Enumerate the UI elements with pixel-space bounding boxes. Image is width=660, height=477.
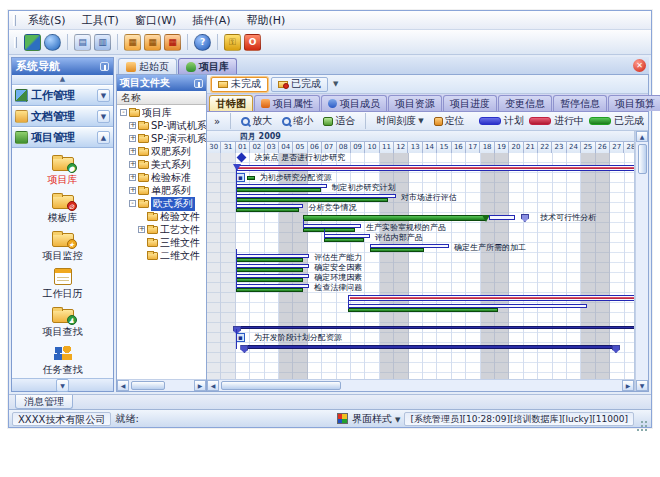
filter-tab-已完成[interactable]: 已完成	[271, 77, 328, 92]
chevron-icon[interactable]: ▼	[97, 89, 110, 102]
message-management-tab[interactable]: 消息管理	[15, 395, 73, 409]
scroll-right-icon[interactable]: ▶	[622, 380, 634, 391]
tree-node-SP-调试机系[interactable]: +SP-调试机系	[117, 119, 206, 132]
tab-项目成员[interactable]: 项目成员	[321, 95, 387, 111]
done-bar	[324, 238, 364, 242]
expand-icon[interactable]: +	[138, 226, 145, 233]
tab-项目预算[interactable]: 项目预算	[608, 95, 660, 111]
chevron-icon[interactable]: ▼	[97, 110, 110, 123]
tree-node-欧式系列[interactable]: -欧式系列	[117, 197, 206, 210]
tree-node-项目库[interactable]: -项目库	[117, 106, 206, 119]
filter-tab-未完成[interactable]: 未完成	[211, 77, 268, 92]
gantt-row: 检查法律问题	[207, 283, 634, 293]
sidebar-item-项目监控[interactable]: ★项目监控	[43, 229, 83, 263]
chart-horizontal-scrollbar[interactable]: ◀ ▶	[207, 379, 634, 391]
sidebar-item-项目库[interactable]: ●项目库	[48, 153, 78, 187]
gantt-chart[interactable]: 四月 2009 30310102030405060708091011121314…	[207, 131, 635, 391]
pin-icon[interactable]	[100, 62, 109, 71]
tree-node-检验标准[interactable]: +检验标准	[117, 171, 206, 184]
system-monitor-icon[interactable]	[24, 34, 41, 51]
tab-项目属性[interactable]: 项目属性	[254, 95, 320, 111]
tree-node-单肥系列[interactable]: +单肥系列	[117, 184, 206, 197]
chevron-icon[interactable]: ▲	[97, 131, 110, 144]
toolbar-overflow-button[interactable]: »	[211, 115, 223, 128]
tab-甘特图[interactable]: 甘特图	[209, 95, 253, 111]
day-cell-31: 31	[221, 142, 235, 153]
collapse-icon[interactable]: -	[120, 109, 127, 116]
time-scale-dropdown[interactable]: 时间刻度▼	[373, 113, 426, 129]
scrollbar-thumb[interactable]	[221, 381, 341, 390]
tree-node-三维文件[interactable]: 三维文件	[117, 236, 206, 249]
tree-node-美式系列[interactable]: +美式系列	[117, 158, 206, 171]
tab-项目资源[interactable]: 项目资源	[388, 95, 442, 111]
scroll-left-icon[interactable]: ◀	[117, 380, 129, 391]
zoom-out-button[interactable]: 缩小	[279, 113, 316, 129]
sidebar-collapse-strip[interactable]: ▲	[12, 75, 113, 85]
interface-style-button[interactable]: 界面样式 ▼	[352, 412, 401, 426]
scrollbar-thumb[interactable]	[131, 381, 165, 390]
menu-item[interactable]: 工具(T)	[74, 13, 127, 28]
menu-item[interactable]: 插件(A)	[184, 13, 238, 28]
tab-暂停信息[interactable]: 暂停信息	[553, 95, 607, 111]
day-cell-24: 24	[567, 142, 581, 153]
scroll-left-icon[interactable]: ◀	[207, 380, 219, 391]
expand-icon[interactable]: +	[129, 187, 136, 194]
lock-icon[interactable]: ⚿	[224, 34, 241, 51]
chart-vertical-scrollbar[interactable]: ▲ ▼	[635, 131, 648, 391]
menu-item[interactable]: 窗口(W)	[127, 13, 184, 28]
report-edit-icon[interactable]: ▦	[144, 34, 161, 51]
sidebar-item-工作日历[interactable]: 工作日历	[43, 267, 83, 301]
zoom-in-button[interactable]: 放大	[238, 113, 275, 129]
sidebar-item-任务查找[interactable]: 任务查找	[43, 343, 83, 377]
tree-node-检验文件[interactable]: 检验文件	[117, 210, 206, 223]
tree-horizontal-scrollbar[interactable]: ◀ ▶	[117, 379, 206, 391]
tab-项目进度[interactable]: 项目进度	[443, 95, 497, 111]
task-label: 确定环境因素	[314, 273, 362, 283]
sidebar-section-工作管理[interactable]: 工作管理▼	[12, 85, 113, 106]
menu-item[interactable]: 帮助(H)	[238, 13, 293, 28]
scrollbar-thumb[interactable]	[638, 144, 647, 174]
tree-node-二维文件[interactable]: 二维文件	[117, 249, 206, 262]
tree-column-header[interactable]: 名称	[117, 91, 206, 105]
menu-item[interactable]: 系统(S)	[20, 13, 74, 28]
tab-项目库[interactable]: 项目库	[178, 58, 237, 74]
chevron-down-icon[interactable]: ▼	[333, 80, 338, 88]
gantt-row: 分析竞争情况	[207, 203, 634, 213]
help-icon[interactable]: ?	[194, 34, 211, 51]
day-cell-11: 11	[380, 142, 394, 153]
scroll-down-icon[interactable]: ▼	[636, 380, 648, 391]
sidebar-item-模板库[interactable]: ⊘模板库	[48, 191, 78, 225]
resize-grip[interactable]	[638, 414, 648, 424]
folder-open-icon[interactable]: ▤	[74, 34, 91, 51]
legend-item-进行中: 进行中	[529, 114, 584, 128]
tree-node-工艺文件[interactable]: +工艺文件	[117, 223, 206, 236]
magnifier-plus-icon	[241, 117, 250, 126]
expand-icon[interactable]: +	[129, 148, 136, 155]
scroll-right-icon[interactable]: ▶	[194, 380, 206, 391]
report-delete-icon[interactable]: ▦	[164, 34, 181, 51]
chevron-down-icon[interactable]: ▼	[56, 379, 69, 392]
globe-icon[interactable]	[44, 34, 61, 51]
sidebar-item-项目查找[interactable]: ♟项目查找	[43, 305, 83, 339]
expand-icon[interactable]: +	[129, 174, 136, 181]
fit-button[interactable]: 适合	[320, 113, 358, 129]
tree-node-双肥系列[interactable]: +双肥系列	[117, 145, 206, 158]
day-cell-09: 09	[351, 142, 365, 153]
close-icon[interactable]: ✕	[633, 59, 646, 72]
tree-node-SP-演示机系[interactable]: +SP-演示机系	[117, 132, 206, 145]
scroll-up-icon[interactable]: ▲	[636, 131, 648, 142]
tab-变更信息[interactable]: 变更信息	[498, 95, 552, 111]
exit-icon[interactable]: O	[244, 34, 261, 51]
expand-icon[interactable]: +	[129, 122, 136, 129]
collapse-icon[interactable]: -	[129, 200, 136, 207]
sidebar-section-文档管理[interactable]: 文档管理▼	[12, 106, 113, 127]
locate-button[interactable]: 定位	[431, 113, 468, 129]
report-new-icon[interactable]: ▦	[124, 34, 141, 51]
expand-icon[interactable]: +	[129, 135, 136, 142]
sidebar-bottom-strip[interactable]: ▼	[12, 378, 113, 391]
folder-switch-icon[interactable]: ▥	[94, 34, 111, 51]
expand-icon[interactable]: +	[129, 161, 136, 168]
tab-起始页[interactable]: 起始页	[118, 58, 177, 74]
pin-icon[interactable]	[194, 79, 203, 88]
sidebar-section-项目管理[interactable]: 项目管理▲	[12, 127, 113, 148]
